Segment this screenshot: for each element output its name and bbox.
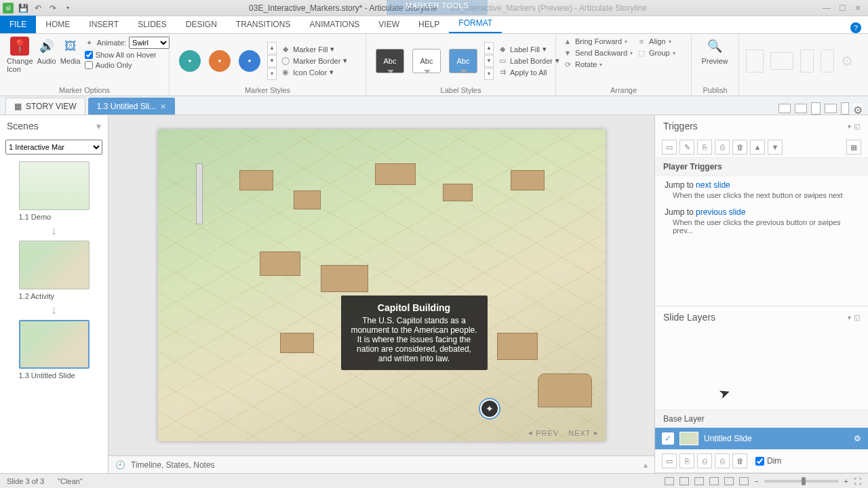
visibility-toggle-icon[interactable]: ✓ <box>662 432 674 445</box>
view-mode-4-icon[interactable] <box>709 477 719 485</box>
zoom-slider[interactable] <box>764 480 839 483</box>
viewport-phone-landscape-icon[interactable] <box>825 104 837 113</box>
base-layer-row[interactable]: ✓ Untitled Slide ⚙ <box>655 428 868 449</box>
zoom-out-icon[interactable]: − <box>754 477 758 485</box>
save-icon[interactable]: 💾 <box>18 3 28 14</box>
tab-help[interactable]: HELP <box>409 16 449 33</box>
preview-button[interactable]: 🔍Preview <box>698 37 731 65</box>
group-arrange: Arrange <box>563 85 684 94</box>
view-mode-1-icon[interactable] <box>665 477 674 485</box>
move-down-icon[interactable]: ▼ <box>768 140 783 155</box>
label-fill-button[interactable]: ◆Label Fill▾ <box>498 45 559 54</box>
marker-fill-button[interactable]: ◆Marker Fill▾ <box>281 45 347 54</box>
tab-transitions[interactable]: TRANSITIONS <box>226 16 300 33</box>
gallery-down-icon[interactable]: ▼ <box>267 55 277 67</box>
view-mode-3-icon[interactable] <box>694 477 704 485</box>
expand-icon[interactable]: ▴ <box>644 460 648 470</box>
thumb-1-2[interactable]: 1.2 Activity <box>19 241 90 306</box>
show-all-checkbox[interactable] <box>85 51 93 59</box>
delete-trigger-icon[interactable]: 🗑 <box>732 140 747 155</box>
prev-button[interactable]: ◂ PREV <box>528 428 559 437</box>
animate-select[interactable]: Swirl <box>129 37 170 49</box>
tab-design[interactable]: DESIGN <box>176 16 226 33</box>
help-icon[interactable]: ? <box>850 22 861 33</box>
copy-trigger-icon[interactable]: ⎘ <box>697 140 712 155</box>
thumb-1-1[interactable]: 1.1 Demo <box>19 161 90 226</box>
view-mode-5-icon[interactable] <box>724 477 734 485</box>
layer-thumbnail <box>679 432 698 445</box>
dim-checkbox[interactable] <box>755 457 764 466</box>
thumb-1-3[interactable]: 1.3 Untitled Slide <box>19 320 90 385</box>
change-icon-button[interactable]: 📍 Change Icon <box>7 37 33 73</box>
next-button[interactable]: NEXT ▸ <box>568 428 598 437</box>
viewport-tablet-landscape-icon[interactable] <box>795 104 807 113</box>
copy-layer-icon[interactable]: ⎙ <box>697 453 712 468</box>
close-tab-icon[interactable]: ✕ <box>160 102 166 111</box>
slide-layers-panel: Slide Layers▾◱ Base Layer ✓ Untitled Sli… <box>655 306 868 473</box>
tab-animations[interactable]: ANIMATIONS <box>300 16 370 33</box>
timeline-panel-header[interactable]: 🕘 Timeline, States, Notes ▴ <box>108 455 654 473</box>
collapse-icon[interactable]: ▾ <box>848 314 851 321</box>
maximize-icon[interactable]: ☐ <box>839 3 846 13</box>
icon-color-button[interactable]: ◉Icon Color▾ <box>281 68 347 77</box>
bring-forward-button[interactable]: ▲Bring Forward▾ <box>563 37 633 46</box>
tab-slides[interactable]: SLIDES <box>128 16 176 33</box>
tab-insert[interactable]: INSERT <box>79 16 128 33</box>
trigger-link-previous-slide[interactable]: previous slide <box>696 207 745 217</box>
settings-icon[interactable]: ⚙ <box>853 104 863 113</box>
paste-layer-icon[interactable]: ⎙ <box>715 453 730 468</box>
delete-layer-icon[interactable]: 🗑 <box>732 453 747 468</box>
tab-file[interactable]: FILE <box>0 16 36 33</box>
label-style-gallery[interactable]: Abc Abc Abc <box>373 45 480 77</box>
popout-icon[interactable]: ◱ <box>854 314 860 321</box>
trigger-link-next-slide[interactable]: next slide <box>696 180 730 190</box>
send-backward-button[interactable]: ▼Send Backward▾ <box>563 48 633 58</box>
new-layer-icon[interactable]: ▭ <box>662 453 677 468</box>
qat-more-icon[interactable]: ▾ <box>62 3 73 14</box>
slide-stage[interactable]: Capitol Building The U.S. Capitol stands… <box>158 129 606 441</box>
layer-settings-icon[interactable]: ⚙ <box>854 434 861 443</box>
marker-style-gallery[interactable] <box>176 46 263 76</box>
duplicate-layer-icon[interactable]: ⎘ <box>679 453 694 468</box>
label-border-button[interactable]: ▭Label Border▾ <box>498 56 559 66</box>
new-trigger-icon[interactable]: ▭ <box>662 140 677 155</box>
rotate-button[interactable]: ⟳Rotate▾ <box>563 60 633 69</box>
variables-icon[interactable]: ▦ <box>846 140 861 155</box>
collapse-icon[interactable]: ▾ <box>848 123 851 130</box>
audio-only-checkbox[interactable] <box>85 61 93 69</box>
audio-button[interactable]: 🔊 Audio <box>37 37 56 65</box>
gallery-more-icon[interactable]: ▾ <box>267 68 277 80</box>
tab-format[interactable]: FORMAT <box>449 14 502 33</box>
gear-icon[interactable]: ⚙ <box>841 53 853 69</box>
collapse-icon[interactable]: ▾ <box>96 121 101 131</box>
popout-icon[interactable]: ◱ <box>854 123 860 130</box>
view-mode-2-icon[interactable] <box>679 477 689 485</box>
slide-tab[interactable]: 1.3 Untitled Sli...✕ <box>88 98 175 115</box>
marker-border-button[interactable]: ◯Marker Border▾ <box>281 56 347 66</box>
viewport-phone-portrait-icon[interactable] <box>841 102 849 115</box>
viewport-tablet-portrait-icon[interactable] <box>811 102 821 115</box>
scene-select[interactable]: 1 Interactive Mar <box>5 140 102 155</box>
apply-all-button[interactable]: ⇉Apply to All <box>498 68 559 77</box>
view-mode-6-icon[interactable] <box>739 477 749 485</box>
story-view-tab[interactable]: ▦STORY VIEW <box>5 98 85 115</box>
media-button[interactable]: 🖼 Media <box>60 37 81 65</box>
gallery-up-icon[interactable]: ▲ <box>267 42 277 54</box>
align-button[interactable]: ≡Align▾ <box>637 37 675 46</box>
fit-icon[interactable]: ⛶ <box>854 477 861 485</box>
redo-icon[interactable]: ↷ <box>47 3 58 14</box>
marker-capitol-building[interactable]: ✦ <box>480 399 499 418</box>
trigger-item-prev[interactable]: Jump to previous slide When the user cli… <box>655 203 868 239</box>
zoom-in-icon[interactable]: + <box>844 477 848 485</box>
tab-view[interactable]: VIEW <box>369 16 409 33</box>
viewport-desktop-icon[interactable] <box>778 104 791 113</box>
minimize-icon[interactable]: — <box>823 3 831 13</box>
edit-trigger-icon[interactable]: ✎ <box>679 140 694 155</box>
tab-home[interactable]: HOME <box>36 16 79 33</box>
paste-trigger-icon[interactable]: ⎙ <box>715 140 730 155</box>
close-window-icon[interactable]: ✕ <box>854 3 861 13</box>
group-button[interactable]: ⬚Group▾ <box>637 48 675 58</box>
trigger-item-next[interactable]: Jump to next slide When the user clicks … <box>655 176 868 203</box>
move-up-icon[interactable]: ▲ <box>750 140 765 155</box>
undo-icon[interactable]: ↶ <box>33 3 43 14</box>
